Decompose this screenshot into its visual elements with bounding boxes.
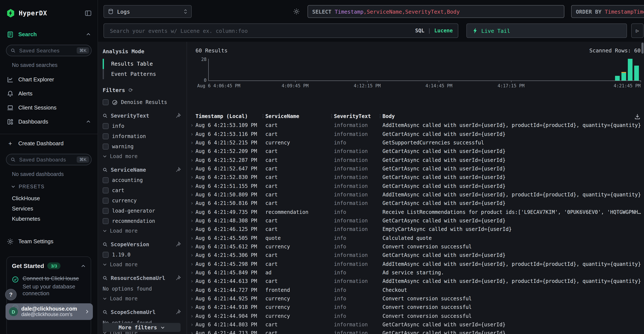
- table-row[interactable]: ›Aug 6 4:21:52.830 PMcartinformationGetC…: [190, 173, 644, 182]
- table-row[interactable]: ›Aug 6 4:21:44.727 PMfrontendinfoCheckou…: [190, 286, 644, 294]
- pin-icon[interactable]: [176, 242, 181, 247]
- checkbox[interactable]: [103, 123, 108, 129]
- row-expander-icon[interactable]: ›: [190, 166, 196, 172]
- table-row[interactable]: ›Aug 6 4:21:44.613 PMcartinformationAddI…: [190, 277, 644, 286]
- filter-option[interactable]: information: [103, 133, 186, 139]
- row-expander-icon[interactable]: ›: [190, 330, 196, 334]
- pin-icon[interactable]: [176, 275, 181, 281]
- sidebar-item-search[interactable]: Search: [0, 27, 98, 41]
- row-expander-icon[interactable]: ›: [190, 261, 196, 267]
- pin-icon[interactable]: [176, 167, 181, 172]
- table-row[interactable]: ›Aug 6 4:21:45.298 PMcartinformationAddI…: [190, 260, 644, 268]
- column-separator-icon[interactable]: ⋮: [261, 113, 265, 119]
- filter-option[interactable]: accounting: [103, 177, 186, 183]
- analysis-mode-event-patterns[interactable]: Event Patterns: [103, 69, 186, 79]
- table-row[interactable]: ›Aug 6 4:21:50.809 PMcartinformationAddI…: [190, 190, 644, 199]
- live-tail-button[interactable]: Live Tail: [466, 24, 627, 38]
- histogram-bar[interactable]: [628, 59, 632, 80]
- table-row[interactable]: ›Aug 6 4:21:49.735 PMrecommendationinfoR…: [190, 208, 644, 216]
- filter-option[interactable]: recommendation: [103, 218, 186, 224]
- filter-option[interactable]: warning: [103, 144, 186, 150]
- checkbox[interactable]: [103, 198, 108, 204]
- sidebar-preset-clickhouse[interactable]: ClickHouse: [0, 193, 98, 203]
- row-expander-icon[interactable]: ›: [190, 296, 196, 302]
- collapse-sidebar-icon[interactable]: [85, 10, 92, 16]
- table-row[interactable]: ›Aug 6 4:21:51.155 PMcartinformationGetC…: [190, 182, 644, 190]
- row-expander-icon[interactable]: ›: [190, 218, 196, 224]
- table-row[interactable]: ›Aug 6 4:21:52.647 PMcartinformationGetC…: [190, 164, 644, 173]
- column-separator-icon[interactable]: ⋮: [329, 113, 334, 119]
- checkbox[interactable]: [103, 177, 108, 183]
- load-more-button[interactable]: Load more: [103, 153, 186, 159]
- sidebar-item-chart-explorer[interactable]: Chart Explorer: [0, 72, 98, 86]
- saved-dashboards-input[interactable]: ⌘K: [6, 154, 92, 165]
- row-expander-icon[interactable]: ›: [190, 140, 196, 146]
- event-search-field[interactable]: [109, 27, 412, 34]
- row-expander-icon[interactable]: ›: [190, 235, 196, 241]
- refresh-icon[interactable]: ⟳: [128, 87, 133, 93]
- row-expander-icon[interactable]: ›: [190, 183, 196, 189]
- column-header-body[interactable]: ⋮Body: [382, 113, 644, 119]
- denoise-results-option[interactable]: Denoise Results: [103, 99, 186, 105]
- row-expander-icon[interactable]: ›: [190, 278, 196, 284]
- filter-option[interactable]: currency: [103, 198, 186, 204]
- denoise-checkbox[interactable]: [103, 99, 108, 105]
- checkbox[interactable]: [103, 252, 108, 258]
- lucene-toggle[interactable]: Lucene: [434, 28, 453, 34]
- sidebar-item-client-sessions[interactable]: Client Sessions: [0, 100, 98, 114]
- checkbox[interactable]: [103, 218, 108, 224]
- checkbox[interactable]: [103, 208, 108, 214]
- source-selector[interactable]: Logs: [104, 5, 192, 18]
- row-expander-icon[interactable]: ›: [190, 157, 196, 163]
- checkbox[interactable]: [103, 188, 108, 194]
- column-header-severitytext[interactable]: ⋮SeverityText: [334, 113, 382, 119]
- saved-dashboards-field[interactable]: [18, 156, 74, 163]
- pin-icon[interactable]: [176, 309, 181, 315]
- presets-toggle[interactable]: PRESETS: [11, 184, 91, 189]
- table-row[interactable]: ›Aug 6 4:21:53.109 PMcartinformationAddI…: [190, 121, 644, 130]
- event-search-input[interactable]: SQL | Lucene: [104, 24, 458, 38]
- column-header-timestamp-local-[interactable]: Timestamp (Local): [196, 113, 265, 119]
- saved-searches-input[interactable]: ⌘K: [6, 45, 92, 56]
- filter-option[interactable]: info: [103, 123, 186, 129]
- analysis-mode-results-table[interactable]: Results Table: [103, 59, 186, 69]
- histogram-bar[interactable]: [615, 76, 620, 80]
- run-query-button[interactable]: ▷: [631, 24, 644, 38]
- row-expander-icon[interactable]: ›: [190, 200, 196, 206]
- sidebar-item-dashboards[interactable]: Dashboards: [0, 114, 98, 129]
- chevron-up-icon[interactable]: [81, 264, 86, 268]
- scrollbar-thumb[interactable]: [642, 42, 644, 54]
- table-row[interactable]: ›Aug 6 4:21:44.713 PMcartinformationGetC…: [190, 329, 644, 334]
- checkbox[interactable]: [103, 133, 108, 139]
- row-expander-icon[interactable]: ›: [190, 304, 196, 310]
- row-expander-icon[interactable]: ›: [190, 287, 196, 293]
- row-expander-icon[interactable]: ›: [190, 148, 196, 154]
- load-more-button[interactable]: Load more: [103, 262, 186, 268]
- table-row[interactable]: ›Aug 6 4:21:50.816 PMcartinformationGetC…: [190, 199, 644, 208]
- table-row[interactable]: ›Aug 6 4:21:45.849 PMadinfoAd service st…: [190, 268, 644, 277]
- sidebar-preset-services[interactable]: Services: [0, 203, 98, 214]
- row-expander-icon[interactable]: ›: [190, 270, 196, 276]
- row-expander-icon[interactable]: ›: [190, 122, 196, 128]
- row-expander-icon[interactable]: ›: [190, 322, 196, 328]
- row-expander-icon[interactable]: ›: [190, 244, 196, 250]
- saved-searches-field[interactable]: [18, 47, 74, 54]
- sidebar-item-team-settings[interactable]: Team Settings: [0, 234, 98, 248]
- user-menu[interactable]: D dale@clickhouse.com dale@clickhouse.co…: [6, 303, 93, 320]
- row-expander-icon[interactable]: ›: [190, 313, 196, 319]
- load-more-button[interactable]: Load more: [103, 228, 186, 234]
- create-dashboard-button[interactable]: + Create Dashboard: [0, 136, 98, 150]
- table-row[interactable]: ›Aug 6 4:21:48.308 PMcartinformationGetC…: [190, 216, 644, 225]
- filter-option[interactable]: load-generator: [103, 208, 186, 214]
- more-filters-button[interactable]: More filters: [103, 323, 180, 332]
- row-expander-icon[interactable]: ›: [190, 252, 196, 258]
- pin-icon[interactable]: [176, 113, 181, 118]
- results-histogram[interactable]: 280Aug 6 4:06:45 PM4:09:45 PM4:12:15 PM4…: [208, 59, 640, 81]
- table-row[interactable]: ›Aug 6 4:21:52.215 PMcurrencyinfoGetSupp…: [190, 138, 644, 147]
- table-row[interactable]: ›Aug 6 4:21:52.209 PMcartinformationGetC…: [190, 147, 644, 156]
- table-row[interactable]: ›Aug 6 4:21:44.904 PMcurrencyinfoConvert…: [190, 312, 644, 320]
- filter-option[interactable]: cart: [103, 188, 186, 194]
- sidebar-preset-kubernetes[interactable]: Kubernetes: [0, 214, 98, 224]
- row-expander-icon[interactable]: ›: [190, 131, 196, 137]
- sql-toggle[interactable]: SQL: [415, 28, 424, 34]
